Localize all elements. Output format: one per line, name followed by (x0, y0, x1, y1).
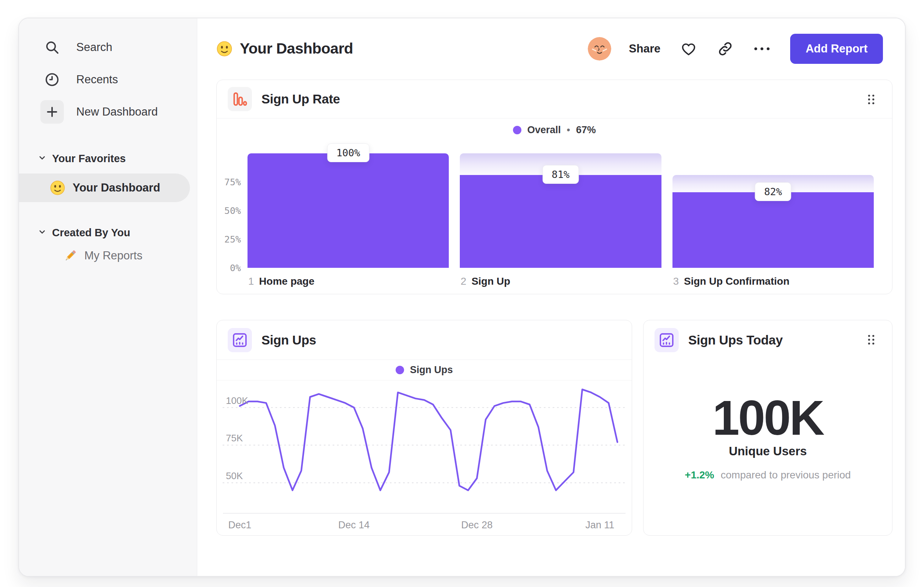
step-name: Sign Up (472, 276, 510, 287)
dashboard-header: Your Dashboard Share Add Report (197, 18, 905, 79)
card-title: Sign Up Rate (261, 92, 340, 106)
funnel-step-label: 3 Sign Up Confirmation (672, 276, 874, 287)
sign-ups-today-card: Sign Ups Today 100K Unique Users +1.2% c… (643, 320, 893, 536)
smiley-emoji-icon (50, 180, 65, 195)
card-title: Sign Ups Today (688, 333, 783, 347)
section-label: Created By You (52, 227, 130, 239)
avatar[interactable] (588, 37, 611, 61)
section-label: Your Favorites (52, 153, 126, 165)
pencil-emoji-icon (62, 248, 78, 264)
step-number: 1 (248, 276, 254, 287)
y-tick: 50% (224, 205, 241, 216)
bar-chart-icon (228, 87, 252, 111)
drag-handle-icon[interactable] (865, 93, 878, 106)
funnel-bar-home-page[interactable]: 100% (248, 153, 449, 268)
favorite-heart-icon[interactable] (680, 40, 697, 57)
sidebar-section-your-favorites[interactable]: Your Favorites (19, 149, 197, 168)
line-chart-icon (655, 328, 679, 352)
y-tick: 0% (230, 263, 241, 273)
plus-icon (40, 100, 64, 124)
sign-ups-card: Sign Ups Sign Ups 100K75K50K Dec1Dec 14D… (216, 320, 632, 536)
legend-dot (513, 126, 521, 134)
y-tick: 75K (226, 433, 243, 444)
funnel-bar-fill (248, 153, 449, 268)
main-area: Your Dashboard Share Add Report (197, 18, 905, 576)
funnel-bar-sign-up[interactable]: 81% (460, 153, 661, 268)
funnel-bar-fill (672, 192, 874, 268)
sidebar-item-label: Search (76, 41, 112, 54)
legend-label: Overall (527, 124, 561, 136)
chevron-down-icon (37, 153, 47, 164)
step-number: 3 (673, 276, 679, 287)
kpi-value: 100K (644, 390, 892, 446)
sidebar-item-my-reports[interactable]: My Reports (19, 245, 197, 267)
sidebar-item-your-dashboard[interactable]: Your Dashboard (19, 174, 190, 202)
sidebar-item-label: New Dashboard (76, 105, 158, 119)
more-options-icon[interactable] (754, 40, 771, 57)
funnel-plot: 100% 81% 82% (248, 153, 874, 268)
funnel-step-label: 1 Home page (248, 276, 449, 287)
step-name: Sign Up Confirmation (684, 276, 789, 287)
funnel-bar-fill (460, 175, 661, 268)
line-chart-icon (228, 328, 252, 352)
sidebar-item-search[interactable]: Search (19, 31, 197, 63)
kpi-delta-row: +1.2% compared to previous period (644, 469, 892, 481)
funnel-value-badge: 82% (755, 182, 791, 201)
kpi-delta-value: +1.2% (685, 469, 714, 481)
sidebar-item-new-dashboard[interactable]: New Dashboard (19, 96, 197, 128)
copy-link-icon[interactable] (717, 40, 734, 57)
smiley-emoji-icon (216, 41, 233, 57)
card-header: Sign Ups Today (644, 320, 892, 360)
y-tick: 100K (226, 395, 248, 407)
line-chart-plot (223, 383, 626, 513)
page-title: Your Dashboard (216, 40, 353, 57)
line-legend[interactable]: Sign Ups (217, 360, 632, 380)
sidebar-item-recents[interactable]: Recents (19, 63, 197, 96)
chevron-down-icon (37, 227, 47, 238)
sidebar-section-created-by-you[interactable]: Created By You (19, 223, 197, 242)
x-tick: Dec 28 (461, 519, 493, 531)
step-number: 2 (460, 276, 466, 287)
funnel-value-badge: 81% (543, 165, 579, 184)
page-title-text: Your Dashboard (240, 40, 353, 57)
legend-label: Sign Ups (410, 364, 453, 376)
sidebar-item-label: Recents (76, 73, 118, 86)
legend-value: 67% (576, 124, 596, 136)
sidebar-item-label: Your Dashboard (73, 181, 160, 194)
y-tick: 50K (226, 470, 243, 482)
legend-separator: • (567, 124, 570, 136)
funnel-y-axis: 0% 25% 50% 75% (217, 153, 244, 268)
card-title: Sign Ups (261, 333, 316, 347)
sidebar: Search Recents New Dashboard Your Favori… (19, 18, 197, 576)
x-tick: Jan 11 (585, 519, 614, 531)
clock-icon (40, 68, 64, 91)
card-header: Sign Ups (217, 320, 632, 360)
x-tick: Dec1 (228, 519, 251, 531)
header-actions: Share Add Report (588, 34, 883, 64)
sidebar-item-label: My Reports (84, 249, 142, 262)
add-report-button[interactable]: Add Report (790, 34, 883, 64)
funnel-value-badge: 100% (327, 144, 369, 162)
funnel-bar-sign-up-confirmation[interactable]: 82% (672, 153, 874, 268)
share-button[interactable]: Share (629, 42, 660, 55)
line-x-axis-line (223, 513, 625, 514)
search-icon (40, 36, 64, 59)
step-name: Home page (259, 276, 315, 287)
app-window: Search Recents New Dashboard Your Favori… (18, 18, 906, 577)
kpi-delta-caption: compared to previous period (721, 469, 851, 481)
funnel-step-label: 2 Sign Up (460, 276, 661, 287)
x-tick: Dec 14 (338, 519, 370, 531)
y-tick: 25% (224, 234, 241, 245)
funnel-legend[interactable]: Overall • 67% (217, 119, 892, 141)
kpi-metric-label: Unique Users (644, 444, 892, 458)
sign-up-rate-card: Sign Up Rate Overall • 67% 0% 25% 50% 75… (216, 79, 893, 294)
card-header: Sign Up Rate (217, 80, 892, 119)
drag-handle-icon[interactable] (865, 334, 878, 346)
y-tick: 75% (224, 177, 241, 187)
legend-dot (396, 366, 404, 374)
funnel-x-axis: 1 Home page 2 Sign Up 3 Sign Up Confirma… (248, 276, 874, 287)
